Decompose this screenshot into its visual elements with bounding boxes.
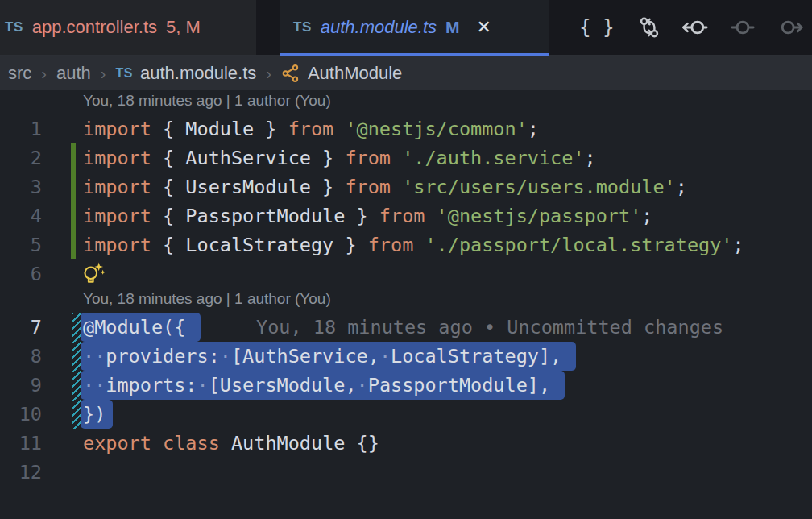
gutter-git-indicator bbox=[71, 230, 76, 260]
gutter-git-indicator bbox=[71, 143, 76, 172]
tab-app-controller[interactable]: TS app.controller.ts 5, M bbox=[0, 0, 256, 55]
chevron-right-icon: › bbox=[101, 64, 106, 83]
code-text: import { UsersModule } from 'src/users/u… bbox=[83, 172, 687, 201]
code-line[interactable]: 7@Module({You, 18 minutes ago • Uncommit… bbox=[0, 313, 812, 342]
typescript-file-icon: TS bbox=[116, 66, 133, 81]
gutter-git-indicator bbox=[72, 400, 81, 429]
line-number[interactable]: 9 bbox=[0, 371, 42, 400]
line-number[interactable]: 8 bbox=[0, 342, 42, 371]
close-tab-icon[interactable]: ✕ bbox=[477, 17, 491, 38]
open-next-change-icon[interactable] bbox=[777, 15, 804, 39]
code-area[interactable]: You, 18 minutes ago | 1 author (You)1imp… bbox=[0, 90, 812, 517]
code-text: export class AuthModule {} bbox=[83, 429, 379, 458]
line-number[interactable]: 2 bbox=[0, 143, 42, 172]
line-number[interactable]: 1 bbox=[0, 114, 42, 143]
code-text: }) bbox=[83, 400, 106, 429]
chevron-right-icon: › bbox=[266, 64, 271, 83]
typescript-file-icon: TS bbox=[293, 19, 312, 35]
code-text: ··imports:·[UsersModule,·PassportModule]… bbox=[83, 371, 550, 400]
editor-actions: { } bbox=[579, 0, 804, 55]
line-number[interactable]: 5 bbox=[0, 230, 42, 260]
tab-modified-badge: M bbox=[445, 18, 460, 37]
code-text: import { PassportModule } from '@nestjs/… bbox=[83, 201, 652, 230]
line-number[interactable]: 4 bbox=[0, 201, 42, 230]
gutter-git-indicator bbox=[72, 371, 81, 400]
codelens-row: You, 18 minutes ago | 1 author (You) bbox=[0, 289, 812, 313]
line-number[interactable]: 10 bbox=[0, 400, 42, 429]
line-number[interactable]: 7 bbox=[0, 313, 42, 342]
code-line[interactable]: 12 bbox=[0, 458, 812, 487]
code-line[interactable]: 3import { UsersModule } from 'src/users/… bbox=[0, 172, 812, 201]
gutter-git-indicator bbox=[72, 342, 81, 371]
gutter-git-indicator bbox=[71, 172, 76, 201]
code-text: @Module({ bbox=[83, 313, 185, 342]
code-line[interactable]: 2import { AuthService } from './auth.ser… bbox=[0, 143, 812, 172]
code-text: ··providers:·[AuthService,·LocalStrategy… bbox=[83, 342, 561, 371]
tab-label: auth.module.ts bbox=[321, 17, 437, 38]
inline-blame: You, 18 minutes ago • Uncommitted change… bbox=[256, 313, 723, 342]
code-text: import { Module } from '@nestjs/common'; bbox=[83, 114, 539, 143]
tab-auth-module[interactable]: TS auth.module.ts M ✕ bbox=[280, 0, 549, 55]
chevron-right-icon: › bbox=[41, 64, 47, 83]
line-number[interactable]: 12 bbox=[0, 458, 42, 487]
code-line[interactable]: 8··providers:·[AuthService,·LocalStrateg… bbox=[0, 342, 812, 371]
code-line[interactable]: 6 bbox=[0, 260, 812, 289]
code-text: import { AuthService } from './auth.serv… bbox=[83, 143, 596, 172]
braces-icon[interactable]: { } bbox=[579, 16, 617, 39]
editor-tab-bar: TS app.controller.ts 5, M TS auth.module… bbox=[0, 0, 812, 56]
code-line[interactable]: 1import { Module } from '@nestjs/common'… bbox=[0, 114, 812, 143]
codelens-row: You, 18 minutes ago | 1 author (You) bbox=[0, 90, 812, 114]
breadcrumb-item-symbol[interactable]: AuthModule bbox=[281, 63, 402, 84]
symbol-class-icon bbox=[281, 64, 300, 83]
compare-changes-icon[interactable] bbox=[637, 15, 661, 39]
breadcrumb-item-auth[interactable]: auth bbox=[56, 63, 91, 84]
code-line[interactable]: 4import { PassportModule } from '@nestjs… bbox=[0, 201, 812, 230]
breadcrumb-item-file[interactable]: TS auth.module.ts bbox=[116, 63, 257, 84]
line-number[interactable]: 6 bbox=[0, 260, 42, 289]
code-text: import { LocalStrategy } from './passpor… bbox=[83, 230, 744, 260]
code-line[interactable]: 10}) bbox=[0, 400, 812, 429]
codelens-blame[interactable]: You, 18 minutes ago | 1 author (You) bbox=[83, 92, 331, 110]
gutter-git-indicator bbox=[72, 313, 81, 342]
codelens-blame[interactable]: You, 18 minutes ago | 1 author (You) bbox=[83, 290, 331, 308]
tab-label: app.controller.ts bbox=[32, 17, 157, 38]
breadcrumb: src › auth › TS auth.module.ts › AuthMod… bbox=[0, 56, 812, 90]
line-number[interactable]: 3 bbox=[0, 172, 42, 201]
breadcrumb-item-src[interactable]: src bbox=[8, 63, 31, 84]
code-line[interactable]: 9··imports:·[UsersModule,·PassportModule… bbox=[0, 371, 812, 400]
lightbulb-sparkle-icon[interactable] bbox=[81, 261, 106, 285]
typescript-file-icon: TS bbox=[5, 19, 23, 35]
open-changes-icon[interactable] bbox=[729, 15, 756, 39]
open-previous-change-icon[interactable] bbox=[682, 15, 709, 39]
line-number[interactable]: 11 bbox=[0, 429, 42, 458]
code-line[interactable]: 11export class AuthModule {} bbox=[0, 429, 812, 458]
tab-problems-modified-badge: 5, M bbox=[166, 17, 201, 38]
code-line[interactable]: 5import { LocalStrategy } from './passpo… bbox=[0, 230, 812, 260]
gutter-git-indicator bbox=[71, 201, 76, 230]
